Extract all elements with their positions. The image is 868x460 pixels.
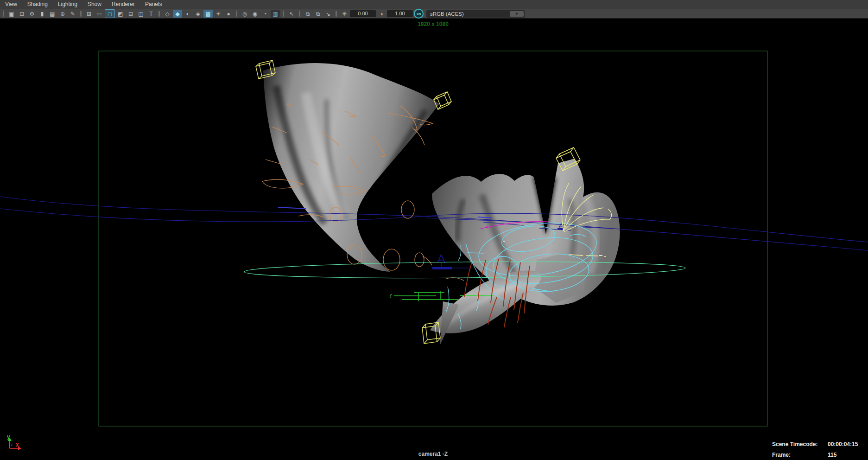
toolbar-grip (236, 11, 237, 17)
menu-renderer[interactable]: Renderer (107, 0, 140, 9)
resolution-gate-icon[interactable]: ◻ (105, 9, 115, 18)
toolbar-grip (336, 11, 337, 17)
panel-menu-bar: ViewShadingLightingShowRendererPanels (0, 0, 868, 9)
wireframe-on-shaded-icon[interactable]: ◈ (193, 10, 203, 18)
anti-aliasing-icon[interactable]: ◔ (260, 10, 270, 18)
view-axis-indicator: y x z (7, 434, 21, 450)
dropdown-arrow-icon[interactable]: ▼ (510, 11, 524, 17)
lock-camera-icon[interactable]: ⊡ (17, 10, 26, 18)
maya-viewport-window: { "window": {"width": 1873, "height": 99… (0, 0, 868, 460)
snapshot-front-icon[interactable]: ⧉ (303, 10, 312, 18)
toolbar-grip (158, 11, 160, 17)
safe-title-icon[interactable]: T (146, 10, 156, 18)
toolbar-grip (80, 11, 82, 17)
image-plane-icon[interactable]: ▤ (48, 10, 57, 18)
motion-blur-icon[interactable]: ◉ (250, 10, 260, 18)
cloth-cape[interactable] (263, 63, 439, 272)
shade-textured-icon[interactable]: ◐ (183, 10, 192, 18)
color-management-toggle[interactable]: ON (414, 9, 424, 19)
toolbar-grip (283, 11, 284, 17)
menu-panels[interactable]: Panels (140, 0, 167, 9)
viewport-3d-scene[interactable]: y x z (0, 19, 868, 460)
pop-out-panel-icon[interactable]: ↘ (323, 10, 333, 18)
view-transform-dropdown[interactable]: sRGB (ACES)▼ (426, 10, 525, 18)
menu-shading[interactable]: Shading (22, 0, 53, 9)
toolbar-grip (299, 11, 300, 17)
field-chart-icon[interactable]: ⊟ (126, 10, 135, 18)
menu-view[interactable]: View (0, 0, 22, 9)
toolbar-grip (3, 11, 4, 17)
pan-zoom-icon[interactable]: ⊕ (58, 10, 67, 18)
gamma-icon[interactable]: ◑ (377, 10, 386, 18)
cloth-surfaces[interactable] (263, 63, 620, 345)
snapshot-back-icon[interactable]: ⧉ (313, 10, 323, 18)
grease-pencil-icon[interactable]: ✎ (68, 10, 77, 18)
isolate-select-icon[interactable]: ↖ (287, 10, 296, 18)
multisample-icon[interactable]: ▥ (271, 10, 280, 18)
menu-lighting[interactable]: Lighting (53, 0, 82, 9)
axis-z-label: z (11, 442, 13, 447)
shadows-icon[interactable]: ● (224, 10, 233, 18)
axis-y-label: y (7, 434, 10, 440)
spring-green-circle[interactable] (244, 260, 685, 280)
gamma-field[interactable]: 1.00 (387, 10, 413, 17)
textured-icon[interactable]: ▩ (203, 10, 213, 18)
menu-show[interactable]: Show (82, 0, 107, 9)
smooth-shade-icon[interactable]: ◆ (173, 10, 182, 18)
ambient-occlusion-icon[interactable]: ◎ (240, 10, 249, 18)
grid-icon[interactable]: ⊞ (84, 10, 94, 18)
panel-toolbar: ▣⊡⚙▮▤⊕✎⊞▭◻◩⊟◫T◇◆◐◈▩☀●◎◉◔▥↖⧉⧉↘✳0.00◑1.00O… (0, 9, 868, 19)
navy-curves[interactable] (0, 197, 868, 268)
safe-action-icon[interactable]: ◫ (136, 10, 146, 18)
exposure-icon[interactable]: ✳ (340, 10, 349, 18)
select-camera-icon[interactable]: ▣ (7, 10, 16, 18)
view-transform-value: sRGB (ACES) (426, 11, 510, 17)
bookmark-icon[interactable]: ▮ (38, 10, 47, 18)
gate-mask-icon[interactable]: ◩ (116, 10, 125, 18)
film-gate-icon[interactable]: ▭ (95, 10, 104, 18)
axis-x-label: x (16, 441, 19, 448)
exposure-field[interactable]: 0.00 (350, 10, 376, 17)
wireframe-icon[interactable]: ◇ (163, 10, 172, 18)
use-all-lights-icon[interactable]: ☀ (214, 10, 223, 18)
camera-attributes-icon[interactable]: ⚙ (27, 10, 37, 18)
